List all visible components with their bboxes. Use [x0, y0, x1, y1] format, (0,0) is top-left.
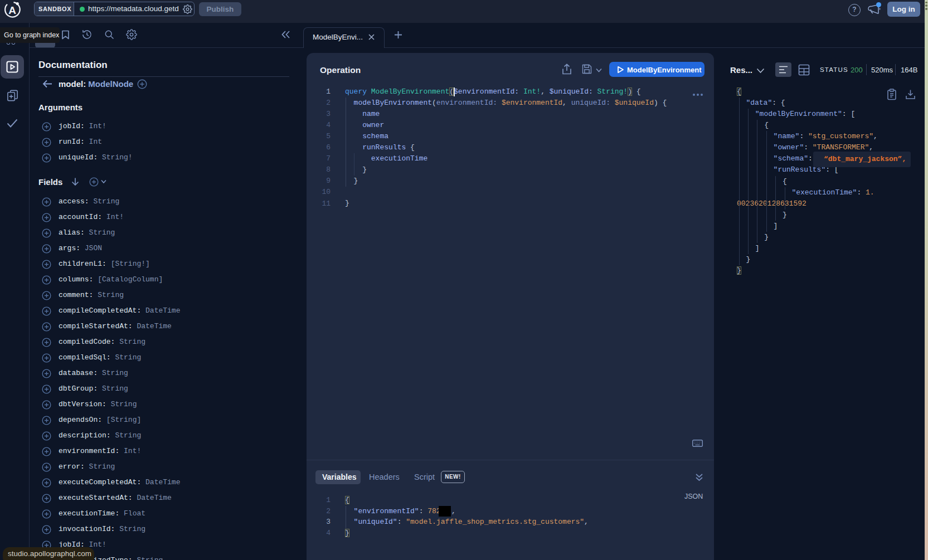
svg-text:A: A — [8, 4, 16, 16]
